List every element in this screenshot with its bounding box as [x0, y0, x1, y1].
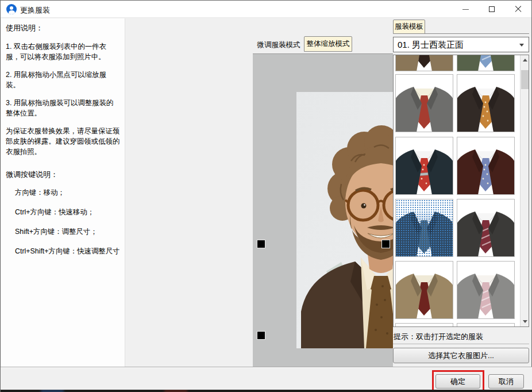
- instruction-step: 3. 用鼠标拖动服装可以调整服装的整体位置。: [6, 98, 120, 118]
- minimize-icon: [462, 9, 469, 10]
- instruction-note: 为保证衣服替换效果，请尽量保证颈部皮肤的裸露。建议穿圆领或低领的衣服拍照。: [6, 126, 120, 157]
- hotkey-line: Ctrl+方向键：快速移动；: [15, 207, 120, 217]
- maximize-button[interactable]: [479, 1, 505, 18]
- panel-divider: [393, 344, 529, 344]
- category-selected-value: 01. 男士西装正面: [398, 40, 464, 51]
- tab-fine-tune-mode[interactable]: 微调服装模式: [254, 39, 303, 51]
- choose-other-clothing-button[interactable]: 选择其它衣服图片...: [393, 348, 529, 363]
- template-list: [393, 55, 529, 327]
- tab-strip-divider: [425, 33, 529, 34]
- clothing-template-dark-suit-gold-tie[interactable]: [457, 74, 515, 132]
- arrow-down-icon: [523, 320, 527, 323]
- tab-overall-zoom-mode[interactable]: 整体缩放模式: [304, 36, 352, 52]
- instructions-heading: 使用说明：: [6, 23, 120, 33]
- template-scrollbar[interactable]: [520, 55, 529, 326]
- clothing-template-brown-suit-dark-tie[interactable]: [395, 55, 453, 71]
- clothing-template-maroon-suit-blue-red-tie[interactable]: [457, 137, 515, 195]
- clothing-template-tan-suit-dark-red-tie[interactable]: [395, 261, 453, 319]
- instruction-step: 2. 用鼠标拖动小黑点可以缩放服装。: [6, 70, 120, 90]
- taskbar-sliver: [1, 390, 532, 392]
- canvas-area: 微调服装模式 整体缩放模式: [125, 18, 393, 367]
- minimize-button[interactable]: [452, 1, 479, 18]
- instructions-panel: 使用说明： 1. 双击右侧服装列表中的一件衣服，可以将衣服添加到照片中。 2. …: [1, 18, 125, 367]
- footer-bar: 确定 取消: [1, 367, 532, 390]
- app-icon: [6, 4, 17, 14]
- scroll-up-button[interactable]: [521, 55, 529, 65]
- scroll-down-button[interactable]: [521, 317, 529, 326]
- titlebar: 更换服装: [1, 1, 531, 18]
- clothing-template-gray-suit-red-tie[interactable]: [395, 74, 453, 132]
- hotkey-line: Ctrl+Shift+方向键：快速调整尺寸: [15, 247, 120, 256]
- hotkey-line: 方向键：移动；: [15, 188, 120, 198]
- close-icon: [515, 6, 522, 13]
- close-button[interactable]: [505, 1, 531, 18]
- cancel-button[interactable]: 取消: [488, 374, 524, 389]
- tip-text: 提示：双击打开选定的服装: [394, 332, 483, 342]
- instruction-step: 1. 双击右侧服装列表中的一件衣服，可以将衣服添加到照片中。: [6, 41, 120, 62]
- ok-button[interactable]: 确定: [435, 374, 480, 389]
- clothing-template-charcoal-suit-striped-tie[interactable]: [457, 199, 515, 257]
- resize-handle-left[interactable]: [257, 240, 265, 248]
- clothing-template-partial-template[interactable]: [395, 323, 453, 327]
- resize-handle-bottom-left[interactable]: [257, 331, 265, 340]
- clothing-template-gray-suit-pink-tie[interactable]: [457, 261, 515, 319]
- hotkey-line: Shift+方向键：调整尺寸；: [15, 227, 120, 237]
- tab-clothing-templates[interactable]: 服装模板: [393, 20, 425, 34]
- arrow-up-icon: [523, 59, 527, 62]
- scrollbar-thumb[interactable]: [521, 70, 529, 89]
- category-dropdown[interactable]: 01. 男士西装正面: [393, 37, 529, 52]
- maximize-icon: [489, 6, 495, 12]
- clothing-template-navy-suit-red-dotted-tie[interactable]: [395, 137, 453, 195]
- resize-handle-top-center[interactable]: [381, 240, 390, 248]
- hotkeys-heading: 微调按键说明：: [6, 170, 120, 180]
- templates-panel: 服装模板 01. 男士西装正面 提示：双击打开选定的服装 选择其它衣服图片...: [393, 18, 529, 367]
- clothing-template-green-suit-blue-striped-tie[interactable]: [457, 55, 515, 71]
- clothing-template-blue-suit-selected-template[interactable]: [395, 199, 453, 257]
- clothing-template-partial-template[interactable]: [457, 323, 515, 327]
- chevron-down-icon: [519, 44, 524, 47]
- dialog-change-clothing: 更换服装 使用说明： 1. 双击右侧服装列表中的一件衣服，可以将衣服添加到照片中…: [0, 0, 532, 392]
- window-title: 更换服装: [20, 5, 50, 16]
